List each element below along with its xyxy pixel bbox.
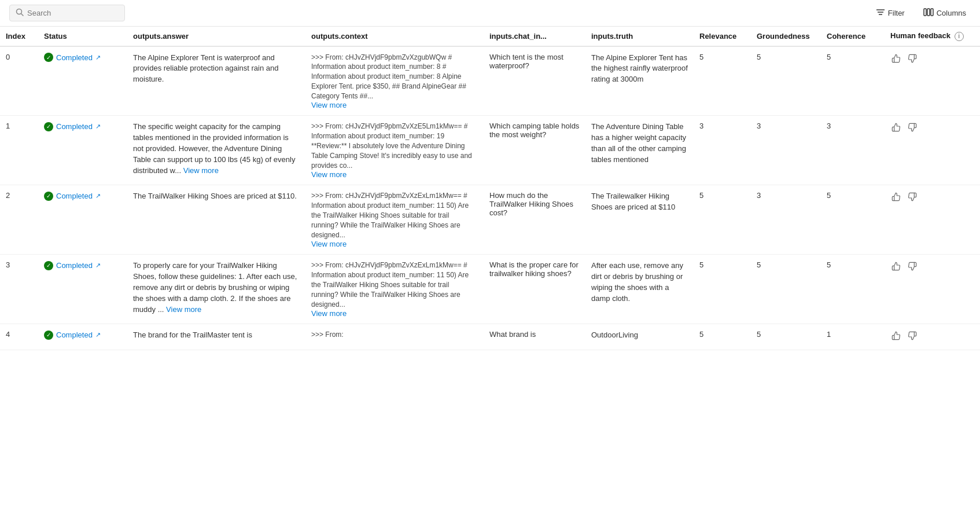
svg-rect-6 [927, 9, 930, 16]
truth-text: After each use, remove any dirt or debri… [591, 261, 683, 303]
cell-relevance: 5 [694, 185, 751, 255]
cell-relevance: 5 [694, 46, 751, 116]
context-view-more[interactable]: View more [311, 101, 347, 109]
thumbs-up-button[interactable] [890, 260, 902, 274]
thumbs-down-button[interactable] [907, 122, 918, 135]
filter-label: Filter [888, 9, 905, 17]
feedback-info-icon[interactable]: i [955, 32, 964, 41]
filter-button[interactable]: Filter [871, 6, 909, 20]
svg-rect-7 [931, 9, 933, 16]
status-badge: ✓ Completed ↗ [44, 122, 101, 131]
truth-text: The Adventure Dining Table has a higher … [591, 122, 686, 164]
cell-feedback [885, 185, 980, 255]
feedback-icons [890, 53, 974, 67]
truth-text: The Alpine Explorer Tent has the highest… [591, 53, 688, 84]
feedback-icons [890, 260, 974, 274]
cell-chat-in: Which camping table holds the most weigh… [484, 116, 585, 185]
table-row: 1 ✓ Completed ↗ The specific weight capa… [0, 116, 980, 185]
col-header-feedback: Human feedback i [885, 27, 980, 46]
status-link[interactable]: Completed ↗ [56, 192, 101, 200]
cell-feedback [885, 116, 980, 185]
status-link[interactable]: Completed ↗ [56, 261, 101, 270]
cell-status: ✓ Completed ↗ [38, 255, 127, 324]
context-text: >>> From: [311, 331, 344, 339]
cell-context: >>> From: [305, 324, 484, 350]
status-badge: ✓ Completed ↗ [44, 261, 101, 270]
feedback-icons [890, 191, 974, 205]
thumbs-down-button[interactable] [907, 330, 918, 344]
external-link-icon: ↗ [95, 331, 101, 339]
cell-coherence: 5 [821, 255, 885, 324]
status-check-icon: ✓ [44, 53, 53, 62]
cell-index: 4 [0, 324, 38, 350]
table-row: 4 ✓ Completed ↗ The brand for the TrailM… [0, 324, 980, 350]
external-link-icon: ↗ [95, 54, 101, 61]
thumbs-up-button[interactable] [890, 53, 902, 67]
status-link[interactable]: Completed ↗ [56, 331, 101, 339]
thumbs-up-button[interactable] [890, 122, 902, 135]
cell-feedback [885, 324, 980, 350]
col-header-chat-in: inputs.chat_in... [484, 27, 585, 46]
search-input[interactable] [27, 9, 119, 17]
cell-coherence: 5 [821, 46, 885, 116]
cell-relevance: 3 [694, 116, 751, 185]
cell-answer: The specific weight capacity for the cam… [127, 116, 305, 185]
answer-text: To properly care for your TrailWalker Hi… [133, 261, 297, 313]
search-box[interactable] [9, 5, 125, 21]
cell-coherence: 3 [821, 116, 885, 185]
cell-status: ✓ Completed ↗ [38, 185, 127, 255]
cell-chat-in: Which tent is the most waterproof? [484, 46, 585, 116]
status-link[interactable]: Completed ↗ [56, 53, 101, 62]
thumbs-down-button[interactable] [907, 53, 918, 67]
col-header-relevance: Relevance [694, 27, 751, 46]
cell-context: >>> From: cHJvZHVjdF9pbmZvXzgubWQw # Inf… [305, 46, 484, 116]
filter-icon [876, 8, 885, 18]
answer-view-more[interactable]: View more [183, 166, 219, 175]
cell-groundedness: 5 [751, 255, 821, 324]
cell-truth: OutdoorLiving [585, 324, 694, 350]
data-table: Index Status outputs.answer outputs.cont… [0, 27, 980, 350]
columns-button[interactable]: Columns [919, 6, 971, 20]
table-header-row: Index Status outputs.answer outputs.cont… [0, 27, 980, 46]
col-header-index: Index [0, 27, 38, 46]
thumbs-down-button[interactable] [907, 191, 918, 205]
cell-answer: To properly care for your TrailWalker Hi… [127, 255, 305, 324]
thumbs-up-button[interactable] [890, 330, 902, 344]
status-link[interactable]: Completed ↗ [56, 122, 101, 131]
thumbs-up-button[interactable] [890, 191, 902, 205]
thumbs-down-button[interactable] [907, 260, 918, 274]
data-table-container: Index Status outputs.answer outputs.cont… [0, 27, 980, 350]
status-check-icon: ✓ [44, 122, 53, 131]
context-text: >>> From: cHJvZHVjdF9pbmZvXzE5Lm1kMw== #… [311, 122, 472, 169]
context-view-more[interactable]: View more [311, 309, 347, 318]
svg-rect-5 [924, 9, 926, 16]
cell-index: 2 [0, 185, 38, 255]
answer-text: The TrailWalker Hiking Shoes are priced … [133, 192, 297, 200]
context-text: >>> From: cHJvZHVjdF9pbmZvXzExLm1kMw== #… [311, 261, 469, 308]
cell-context: >>> From: cHJvZHVjdF9pbmZvXzE5Lm1kMw== #… [305, 116, 484, 185]
cell-coherence: 5 [821, 185, 885, 255]
cell-truth: The Trailewalker Hiking Shoes are priced… [585, 185, 694, 255]
context-view-more[interactable]: View more [311, 170, 347, 179]
table-row: 3 ✓ Completed ↗ To properly care for you… [0, 255, 980, 324]
status-check-icon: ✓ [44, 261, 53, 270]
table-row: 2 ✓ Completed ↗ The TrailWalker Hiking S… [0, 185, 980, 255]
cell-relevance: 5 [694, 324, 751, 350]
cell-status: ✓ Completed ↗ [38, 46, 127, 116]
col-header-coherence: Coherence [821, 27, 885, 46]
cell-groundedness: 5 [751, 46, 821, 116]
cell-truth: The Adventure Dining Table has a higher … [585, 116, 694, 185]
status-badge: ✓ Completed ↗ [44, 53, 101, 62]
context-text: >>> From: cHJvZHVjdF9pbmZvXzExLm1kMw== #… [311, 192, 469, 238]
answer-view-more[interactable]: View more [166, 305, 201, 314]
context-text: >>> From: cHJvZHVjdF9pbmZvXzgubWQw # Inf… [311, 53, 466, 100]
context-view-more[interactable]: View more [311, 240, 347, 248]
cell-status: ✓ Completed ↗ [38, 324, 127, 350]
search-icon [16, 8, 24, 18]
cell-feedback [885, 255, 980, 324]
external-link-icon: ↗ [95, 192, 101, 200]
cell-truth: The Alpine Explorer Tent has the highest… [585, 46, 694, 116]
col-header-groundedness: Groundedness [751, 27, 821, 46]
cell-groundedness: 5 [751, 324, 821, 350]
cell-chat-in: How much do the TrailWalker Hiking Shoes… [484, 185, 585, 255]
